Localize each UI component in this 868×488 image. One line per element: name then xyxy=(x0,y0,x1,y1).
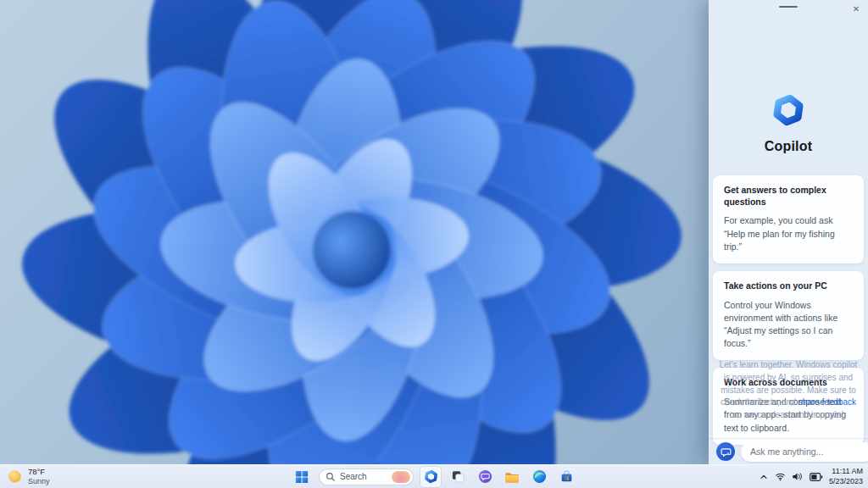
disclaimer-text: so we can learn and improve! xyxy=(733,410,844,419)
system-tray: 11:11 AM 5/23/2023 xyxy=(759,465,863,488)
taskbar-center: Search xyxy=(292,465,576,488)
copilot-panel: ✕ Copilot Get answers to complex questio… xyxy=(709,0,868,464)
chat-button[interactable] xyxy=(475,467,495,487)
microsoft-store-button[interactable] xyxy=(556,467,576,487)
close-icon[interactable]: ✕ xyxy=(849,2,863,15)
start-button[interactable] xyxy=(292,467,312,487)
copilot-title: Copilot xyxy=(709,139,868,154)
chat-icon xyxy=(478,469,492,484)
volume-icon[interactable] xyxy=(792,471,804,482)
clock[interactable]: 11:11 AM 5/23/2023 xyxy=(829,467,863,486)
tray-chevron-up-icon[interactable] xyxy=(759,472,769,482)
file-explorer-icon xyxy=(504,469,520,485)
desktop: ✕ Copilot Get answers to complex questio… xyxy=(0,0,868,488)
panel-drag-handle[interactable] xyxy=(779,6,798,8)
card-take-actions[interactable]: Take actions on your PC Control your Win… xyxy=(713,271,864,361)
edge-button[interactable] xyxy=(529,467,549,487)
search-icon xyxy=(326,472,336,482)
taskbar: 78°F Sunny xyxy=(0,464,868,488)
search-highlight-image xyxy=(392,471,410,483)
ask-me-anything-input[interactable] xyxy=(741,442,868,462)
ai-disclaimer: Let’s learn together. Windows copilot is… xyxy=(717,359,860,422)
copilot-chat-icon xyxy=(716,442,735,461)
copilot-icon xyxy=(424,469,438,484)
copilot-logo-icon xyxy=(771,93,805,127)
tray-time: 11:11 AM xyxy=(832,467,863,476)
sun-icon xyxy=(8,469,22,484)
file-explorer-button[interactable] xyxy=(502,467,522,487)
search-label: Search xyxy=(340,472,387,481)
card-body: For example, you could ask “Help me plan… xyxy=(724,214,853,253)
tray-date: 5/23/2023 xyxy=(829,477,863,486)
weather-temp: 78°F xyxy=(28,468,50,477)
task-view-icon xyxy=(451,469,465,484)
microsoft-store-icon xyxy=(559,469,574,484)
chat-input-bar xyxy=(709,438,868,464)
wifi-icon[interactable] xyxy=(775,471,786,482)
card-title: Get answers to complex questions xyxy=(724,185,853,208)
battery-icon[interactable] xyxy=(810,472,823,482)
card-body: Control your Windows environment with ac… xyxy=(724,299,853,351)
card-title: Take actions on your PC xyxy=(724,280,853,292)
share-feedback-link[interactable]: share feedback xyxy=(798,397,856,407)
weather-condition: Sunny xyxy=(28,477,50,485)
edge-icon xyxy=(532,469,547,484)
copilot-taskbar-button[interactable] xyxy=(420,467,441,487)
card-complex-questions[interactable]: Get answers to complex questions For exa… xyxy=(713,175,864,263)
bloom-illustration xyxy=(0,0,709,464)
task-view-button[interactable] xyxy=(448,467,468,487)
wallpaper-bloom xyxy=(0,0,709,464)
windows-logo-icon xyxy=(295,470,309,484)
search-box[interactable]: Search xyxy=(319,469,414,485)
weather-widget[interactable]: 78°F Sunny xyxy=(8,465,50,488)
